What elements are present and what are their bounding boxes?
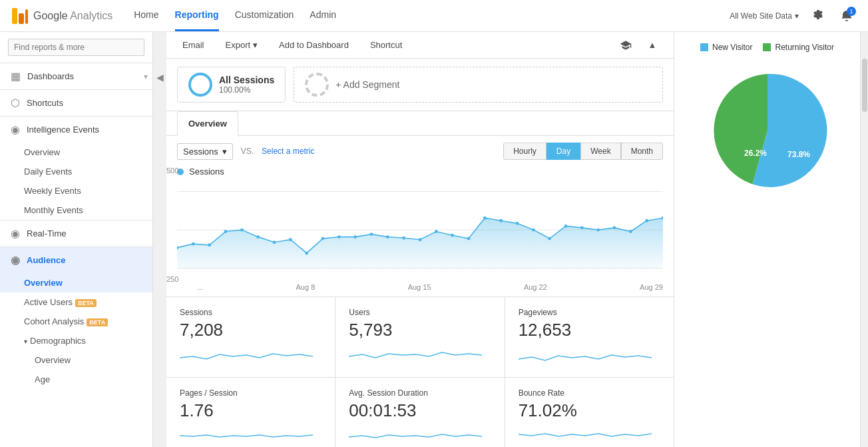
svg-point-32 [596,228,600,232]
stat-value: 12,653 [519,320,660,340]
shortcut-button[interactable]: Shortcut [365,37,407,53]
logo-text: Google Analytics [33,10,112,22]
metric-label: Sessions [183,147,218,157]
help-icon [620,39,632,51]
add-segment-button[interactable]: + Add Segment [294,67,663,103]
sidebar-item-label: Intelligence Events [27,125,99,135]
svg-point-29 [548,237,551,240]
svg-rect-0 [12,8,17,24]
stat-label: Sessions [180,308,322,317]
svg-point-8 [208,243,211,246]
svg-point-20 [402,236,405,240]
pie-chart-section: New Visitor Returning Visitor 73.8% 26.2… [674,32,860,201]
notifications-button[interactable]: 1 [836,5,857,27]
scroll-up-icon[interactable]: ▲ [642,35,663,56]
beta-badge: BETA [75,299,97,307]
top-nav-right: All Web Site Data ▾ 1 [730,5,857,27]
sidebar-toggle[interactable]: ◀ [153,32,166,447]
segment-pct: 100.00% [219,85,274,95]
stat-card-users: Users 5,793 [335,297,504,377]
nav-reporting[interactable]: Reporting [175,0,219,31]
sparkline [180,344,313,364]
sidebar-item-active-users[interactable]: Active UsersBETA [0,292,152,312]
week-button[interactable]: Week [580,143,620,160]
main-layout: ▦ Dashboards ▾ ⬡ Shortcuts ◉ Intelligenc… [0,32,868,447]
stat-label: Bounce Rate [519,388,660,398]
toolbar-right: ▲ [615,35,663,56]
sidebar-item-label: Audience [27,255,66,265]
beta-badge-cohort: BETA [87,318,108,326]
search-input[interactable] [8,39,144,56]
graduation-cap-icon[interactable] [615,35,636,56]
sidebar-item-monthly-events[interactable]: Monthly Events [0,201,152,220]
pie-legend: New Visitor Returning Visitor [700,43,834,52]
sidebar-item-label: Shortcuts [27,98,63,108]
account-selector[interactable]: All Web Site Data ▾ [730,11,799,21]
stat-label: Avg. Session Duration [349,388,491,398]
metric-selector[interactable]: Sessions ▾ [177,143,233,160]
svg-point-27 [516,222,519,225]
stat-value: 00:01:53 [349,400,491,421]
stats-grid: Sessions 7,208 Users 5,793 Pageviews 12,… [166,296,674,447]
sidebar-item-dashboards[interactable]: ▦ Dashboards ▾ [0,63,152,89]
sidebar-item-real-time[interactable]: ◉ Real-Time [0,221,152,246]
sidebar-collapse-arrow: ◀ [156,72,164,83]
sidebar-item-daily-events[interactable]: Daily Events [0,162,152,181]
svg-point-33 [613,226,616,229]
stat-value: 1.76 [180,400,322,421]
svg-point-14 [305,252,308,255]
hourly-button[interactable]: Hourly [503,143,546,160]
top-nav-links: Home Reporting Customization Admin [134,0,730,31]
new-visitor-pct-label: 73.8% [787,150,810,159]
sidebar-item-demographics[interactable]: ▾Demographics [0,331,152,350]
sidebar-item-shortcuts[interactable]: ⬡ Shortcuts [0,90,152,116]
tab-overview[interactable]: Overview [177,111,238,136]
chart-svg-wrapper [177,182,663,280]
select-metric-link[interactable]: Select a metric [262,147,314,156]
sessions-chart [177,182,663,278]
day-button[interactable]: Day [546,143,580,160]
returning-visitor-pct-label: 26.2% [744,149,767,158]
sidebar-item-audience-overview[interactable]: Overview [0,273,152,292]
sidebar-item-overview[interactable]: Overview [0,143,152,162]
svg-point-21 [419,238,422,241]
svg-point-23 [451,234,454,237]
logo: Google Analytics [11,7,112,25]
sidebar-search-area [0,32,152,63]
export-dropdown-icon: ▾ [253,40,258,50]
collapse-icon: ▾ [139,63,152,89]
svg-point-19 [386,235,389,238]
intelligence-events-icon: ◉ [11,123,20,136]
nav-home[interactable]: Home [134,0,158,31]
stat-value: 71.02% [519,400,660,421]
svg-point-22 [435,230,438,233]
email-button[interactable]: Email [177,37,210,53]
sidebar-item-cohort-analysis[interactable]: Cohort AnalysisBETA [0,312,152,331]
month-button[interactable]: Month [621,143,663,160]
scrollbar-track[interactable] [860,32,868,447]
sidebar-item-dem-age[interactable]: Age [0,370,152,389]
add-to-dashboard-button[interactable]: Add to Dashboard [274,37,354,53]
dashboards-icon: ▦ [11,70,21,83]
sidebar-item-audience[interactable]: ◉ Audience [0,247,152,273]
svg-point-11 [256,235,260,238]
nav-customization[interactable]: Customization [235,0,294,31]
export-button[interactable]: Export ▾ [220,37,264,53]
sidebar-item-weekly-events[interactable]: Weekly Events [0,181,152,201]
chart-container: Sessions 500 250 [166,167,674,296]
svg-point-17 [353,235,357,238]
notification-badge: 1 [847,7,856,16]
nav-admin[interactable]: Admin [310,0,336,31]
sparkline [180,425,313,445]
vs-label: VS. [241,147,254,156]
pie-chart-svg: 73.8% 26.2% [694,57,841,191]
scrollbar-thumb[interactable] [862,59,867,112]
stat-label: Pageviews [519,308,660,317]
settings-button[interactable] [807,5,828,27]
x-label-aug15: Aug 15 [408,283,431,291]
sparkline [519,425,652,445]
sidebar-item-intelligence-events[interactable]: ◉ Intelligence Events [0,117,152,143]
all-sessions-segment[interactable]: All Sessions 100.00% [177,67,286,103]
sidebar-item-dem-overview[interactable]: Overview [0,350,152,370]
stat-card-avg-session: Avg. Session Duration 00:01:53 [335,378,504,447]
